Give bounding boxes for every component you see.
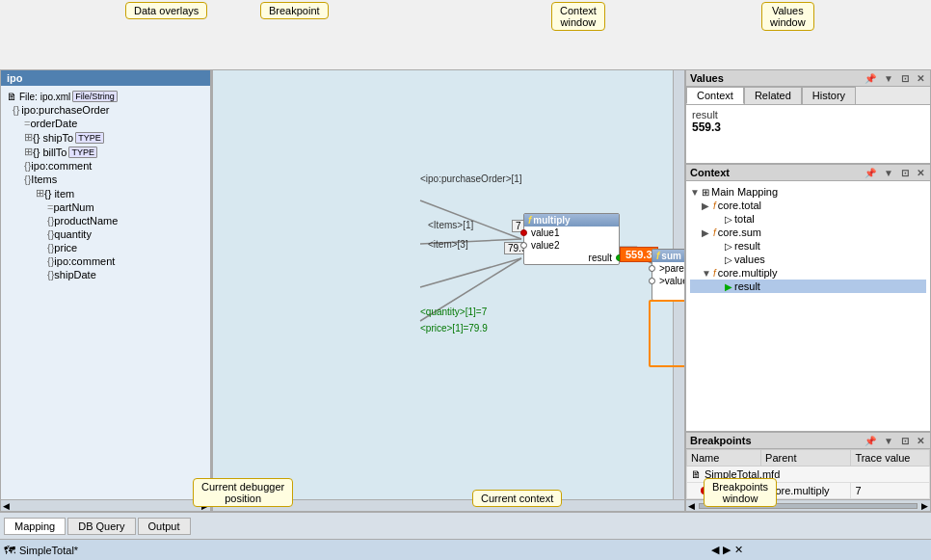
mapping-tab[interactable]: Mapping: [4, 518, 66, 535]
table-row[interactable]: value1 f core.multiply 7: [687, 483, 930, 499]
scroll-left-icon2[interactable]: ◀: [688, 501, 695, 511]
context-window-label: Contextwindow: [551, 2, 605, 31]
value2-label: value2: [527, 240, 563, 251]
close-values-icon[interactable]: ✕: [915, 73, 926, 84]
bp-maximize-icon[interactable]: ⊡: [899, 436, 911, 446]
list-item[interactable]: ⊞ {} item: [5, 186, 206, 200]
bp-pin-icon[interactable]: 📌: [863, 436, 878, 446]
multiply-node[interactable]: f multiply value1 value2 result: [523, 213, 620, 265]
braces-icon5: {}: [47, 228, 54, 240]
table-row[interactable]: 🗎 SimpleTotal.mfd: [687, 467, 930, 483]
type-badge: TYPE: [75, 132, 104, 144]
context-tab[interactable]: Context: [686, 87, 744, 104]
tree-item[interactable]: ▶ f core.total: [690, 199, 926, 212]
context-maximize-icon[interactable]: ⊡: [899, 168, 911, 178]
list-item[interactable]: ⊞ {} shipTo TYPE: [5, 130, 206, 145]
sum-node[interactable]: f sum >parent-context >values result: [652, 249, 685, 301]
values-port[interactable]: [649, 278, 655, 284]
values-label: >values: [655, 276, 685, 286]
plus-icon2: ⊞: [36, 187, 44, 200]
list-item[interactable]: {} shipDate: [5, 268, 206, 281]
context-minimize-icon[interactable]: ▼: [882, 168, 895, 178]
nav-right-icon[interactable]: ▶: [723, 544, 731, 556]
expand-icon2[interactable]: ▶: [702, 200, 713, 211]
item-text: Main Mapping: [711, 186, 778, 198]
item-label: quantity: [54, 228, 92, 240]
output-tab[interactable]: Output: [138, 518, 191, 535]
history-tab[interactable]: History: [802, 87, 856, 104]
svg-line-2: [420, 258, 521, 287]
close-context-icon[interactable]: ✕: [915, 168, 926, 178]
list-item[interactable]: {} ipo:comment: [5, 159, 206, 173]
bp-minimize-icon[interactable]: ▼: [882, 436, 895, 446]
purchase-order-label: <ipo:purchaseOrder>[1]: [420, 173, 522, 184]
tree-item[interactable]: ▶ f core.sum: [690, 226, 926, 239]
fn-icon2: f: [656, 251, 659, 261]
item-label: ipo:purchaseOrder: [21, 104, 109, 116]
item-label: {} billTo: [33, 147, 66, 158]
related-tab[interactable]: Related: [744, 87, 802, 104]
tree-item[interactable]: ▷ result: [690, 239, 926, 253]
list-item[interactable]: 🗎 File: ipo.xml File/String: [5, 90, 206, 103]
expand-icon[interactable]: ▼: [690, 187, 702, 198]
item-label: ipo:comment: [54, 255, 115, 267]
value2-input-port[interactable]: [520, 242, 527, 249]
tree-item[interactable]: ▼ ⊞ Main Mapping: [690, 185, 926, 199]
list-item[interactable]: ⊞ {} billTo TYPE: [5, 145, 206, 159]
context-tree[interactable]: ▼ ⊞ Main Mapping ▶ f core.total ▷ total: [686, 181, 930, 431]
context-pin-icon[interactable]: 📌: [863, 168, 878, 178]
list-item[interactable]: {} price: [5, 241, 206, 254]
bp-trace: 7: [851, 483, 930, 499]
func-icon2: f: [713, 227, 716, 238]
arrow-icon2: ▷: [725, 241, 732, 252]
expand-icon7[interactable]: ▼: [702, 268, 713, 279]
bp-scrollbar[interactable]: ◀ ▶: [686, 499, 930, 511]
db-query-tab[interactable]: DB Query: [67, 518, 135, 535]
value1-input-port[interactable]: [520, 229, 527, 236]
list-item[interactable]: {} Items: [5, 173, 206, 186]
braces-icon4: {}: [47, 215, 54, 227]
mapping-canvas[interactable]: <ipo:purchaseOrder>[1] <Items>[1] <item>…: [212, 69, 685, 512]
minimize-icon[interactable]: ▼: [882, 73, 895, 84]
list-item[interactable]: = orderDate: [5, 117, 206, 130]
breakpoints-title: Breakpoints: [690, 435, 752, 446]
parent-context-port[interactable]: [649, 265, 655, 272]
type-badge2: TYPE: [68, 147, 97, 158]
bp-parent: core.multiply: [770, 485, 830, 496]
tree-item[interactable]: ▷ total: [690, 212, 926, 226]
item-label: <item>[3]: [428, 239, 468, 250]
nav-left-icon[interactable]: ◀: [711, 544, 719, 556]
values-content: result 559.3: [686, 105, 930, 163]
list-item[interactable]: {} ipo:purchaseOrder: [5, 103, 206, 117]
pin-icon[interactable]: 📌: [863, 73, 878, 84]
list-item[interactable]: = partNum: [5, 200, 206, 214]
scrollbar-thumb[interactable]: [699, 503, 918, 509]
price-label: <price>[1]=79.9: [420, 323, 488, 333]
source-tree[interactable]: 🗎 File: ipo.xml File/String {} ipo:purch…: [1, 86, 210, 499]
values-title: Values: [690, 72, 724, 84]
horizontal-scrollbar-canvas[interactable]: [213, 499, 684, 511]
context-title: Context: [690, 167, 730, 178]
app-icon: 🗺: [4, 544, 15, 557]
scroll-right-icon[interactable]: ▶: [201, 501, 208, 511]
list-item[interactable]: {} ipo:comment: [5, 254, 206, 268]
maximize-icon[interactable]: ⊡: [899, 73, 911, 84]
list-item[interactable]: {} productName: [5, 214, 206, 227]
result-out-label: result: [585, 253, 616, 263]
list-item[interactable]: {} quantity: [5, 227, 206, 241]
tree-item[interactable]: ▼ f core.multiply: [690, 266, 926, 280]
breakpoints-table: Name Parent Trace value 🗎 SimpleTotal.mf…: [686, 449, 930, 499]
scroll-left-icon[interactable]: ◀: [3, 501, 10, 511]
context-section: Context 📌 ▼ ⊡ ✕ ▼ ⊞ Main Mapping: [686, 165, 930, 431]
tree-item-selected[interactable]: ▶ result: [690, 280, 926, 293]
item-label: {} shipTo: [33, 132, 73, 144]
nav-close-icon[interactable]: ✕: [734, 544, 743, 556]
item-text: core.sum: [718, 227, 761, 238]
scroll-right-icon2[interactable]: ▶: [921, 501, 928, 511]
tree-item[interactable]: ▷ values: [690, 253, 926, 266]
close-bp-icon[interactable]: ✕: [915, 436, 926, 446]
horizontal-scrollbar[interactable]: ◀ ▶: [1, 499, 210, 511]
braces-icon2: {}: [24, 160, 31, 172]
bp-name: value1: [711, 485, 742, 496]
expand-icon4[interactable]: ▶: [702, 227, 713, 238]
